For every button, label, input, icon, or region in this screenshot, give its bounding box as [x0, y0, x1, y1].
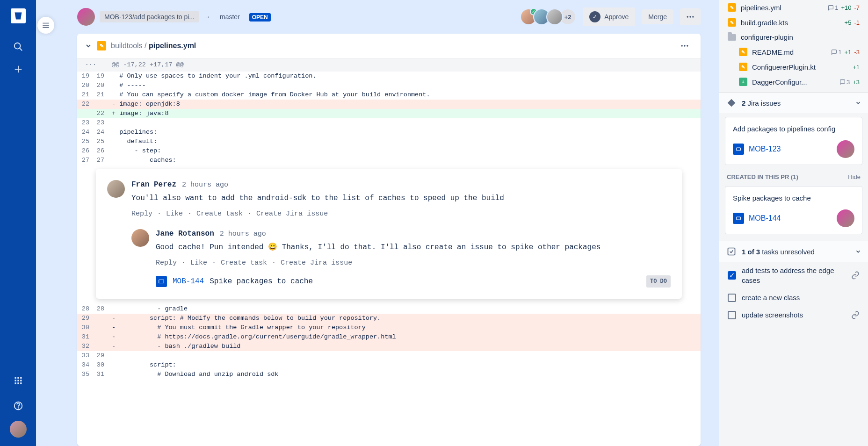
reply-action[interactable]: Reply [156, 259, 177, 268]
svg-point-21 [681, 45, 683, 46]
create-task-action[interactable]: Create task [221, 259, 267, 268]
code-line[interactable]: 1919 # Only use spaces to indent your .y… [77, 72, 701, 81]
code-line[interactable]: 2020 # ----- [77, 81, 701, 90]
jira-issue-card[interactable]: Add packages to pipelines config MOB-123 [725, 117, 862, 165]
file-tree-item[interactable]: ✎pipelines.yml1+10-7 [719, 0, 868, 15]
create-task-action[interactable]: Create task [196, 209, 243, 219]
file-tree-item[interactable]: +DaggerConfigur...3+3 [719, 74, 868, 89]
author-avatar[interactable] [77, 8, 95, 26]
folder-icon [728, 34, 736, 41]
file-tree-item[interactable]: ✎README.md1+1-3 [719, 44, 868, 59]
chevron-down-icon [855, 100, 861, 106]
code-line[interactable]: 2727 caches: [77, 156, 701, 165]
lines-removed: -3 [854, 49, 860, 56]
file-modified-icon: ✎ [739, 63, 747, 71]
target-branch[interactable]: master [215, 11, 245, 22]
create-jira-action[interactable]: Create Jira issue [256, 209, 328, 219]
svg-rect-11 [17, 382, 19, 384]
check-icon: ✓ [589, 11, 600, 22]
svg-rect-7 [14, 380, 16, 381]
lines-removed: -7 [854, 4, 860, 11]
assignee-avatar[interactable] [837, 209, 854, 227]
code-line[interactable]: 29- script: # Modify the commands below … [77, 314, 701, 323]
tasks-panel-header[interactable]: 1 of 3 tasks unresolved [719, 241, 868, 262]
more-actions-button[interactable] [680, 8, 701, 25]
code-line[interactable]: 2424 pipelines: [77, 128, 701, 137]
file-tree-item[interactable]: ✎ConfiguererPlugin.kt+1 [719, 59, 868, 74]
code-line[interactable]: 2828 - gradle [77, 304, 701, 314]
search-icon[interactable] [8, 36, 29, 57]
file-tree-item[interactable]: configurer-plugin [719, 30, 868, 44]
code-line[interactable]: 3531 # Download and unzip android sdk [77, 370, 701, 379]
lines-removed: -1 [854, 19, 860, 26]
profile-avatar[interactable] [10, 421, 27, 438]
diff-more-icon[interactable] [676, 39, 693, 52]
svg-rect-9 [20, 380, 22, 381]
code-line[interactable]: 31- # https://docs.gradle.org/current/us… [77, 332, 701, 342]
right-sidebar: ✎pipelines.yml1+10-7✎build.gradle.kts+5-… [719, 0, 868, 446]
comment-time: 2 hours ago [182, 180, 228, 190]
bitbucket-logo[interactable] [11, 8, 26, 23]
task-text: update screenshots [742, 310, 846, 320]
code-line[interactable]: 32- - bash ./gradlew build [77, 342, 701, 351]
like-action[interactable]: Like [190, 259, 207, 268]
chevron-down-icon [855, 248, 861, 255]
code-line[interactable]: 3430 script: [77, 360, 701, 370]
file-name: ConfiguererPlugin.kt [752, 63, 816, 71]
link-icon[interactable] [851, 311, 860, 319]
like-action[interactable]: Like [166, 209, 183, 219]
file-added-icon: + [739, 78, 747, 86]
code-line[interactable]: 3329 [77, 351, 701, 360]
code-line[interactable]: 2525 default: [77, 137, 701, 146]
svg-rect-27 [728, 248, 735, 255]
jira-issue-card[interactable]: Spike packages to cache MOB-144 [725, 187, 862, 234]
svg-rect-10 [14, 382, 16, 384]
link-icon[interactable] [851, 271, 860, 280]
file-modified-icon: ✎ [728, 3, 736, 12]
comment-text: You'll also want to add the android-sdk … [131, 194, 671, 203]
task-checkbox[interactable] [728, 311, 736, 319]
pr-status-badge: OPEN [249, 13, 271, 22]
source-branch[interactable]: MOB-123/add packages to pi... [100, 11, 199, 22]
task-checkbox[interactable] [728, 294, 736, 302]
chevron-down-icon[interactable] [85, 42, 92, 50]
code-line[interactable]: 2121 # You can specify a custom docker i… [77, 90, 701, 100]
create-jira-action[interactable]: Create Jira issue [281, 259, 352, 268]
code-line[interactable]: 2323 [77, 118, 701, 128]
apps-icon[interactable] [8, 370, 29, 391]
file-path[interactable]: buildtools / pipelines.yml [111, 42, 196, 50]
reply-action[interactable]: Reply [131, 209, 152, 219]
menu-toggle-icon[interactable] [37, 17, 54, 34]
lines-added: +10 [841, 4, 851, 11]
arrow-icon: → [204, 13, 210, 21]
reviewer-avatar[interactable] [546, 8, 563, 25]
code-line[interactable]: 2626 - step: [77, 146, 701, 156]
task-row: ✓add tests to address the edge cases [719, 262, 868, 289]
commenter-avatar[interactable] [131, 229, 149, 247]
merge-button[interactable]: Merge [642, 9, 673, 24]
code-line[interactable]: 22+ image: java:8 [77, 109, 701, 118]
jira-key[interactable]: MOB-144 [749, 214, 781, 223]
svg-point-18 [687, 16, 688, 17]
code-line[interactable]: 22- image: openjdk:8 [77, 100, 701, 109]
jira-key[interactable]: MOB-123 [749, 145, 781, 153]
help-icon[interactable] [8, 396, 29, 416]
jira-issue-title[interactable]: Spike packages to cache [210, 277, 313, 286]
commenter-avatar[interactable] [107, 180, 125, 198]
create-icon[interactable] [8, 59, 29, 79]
assignee-avatar[interactable] [837, 140, 854, 158]
tasks-panel: 1 of 3 tasks unresolved ✓add tests to ad… [719, 241, 868, 324]
svg-rect-24 [159, 280, 164, 283]
task-text: add tests to address the edge cases [742, 266, 846, 285]
code-line[interactable]: 30- # You must commit the Gradle wrapper… [77, 323, 701, 332]
approve-button[interactable]: ✓ Approve [583, 7, 635, 26]
task-checkbox[interactable]: ✓ [728, 271, 736, 280]
task-text: create a new class [742, 293, 860, 302]
file-tree-item[interactable]: ✎build.gradle.kts+5-1 [719, 15, 868, 30]
expand-hunk-icon[interactable]: ··· [77, 60, 107, 70]
svg-line-1 [19, 48, 22, 51]
global-nav [0, 0, 36, 446]
jira-panel-header[interactable]: 2 Jira issues [719, 93, 868, 113]
jira-key[interactable]: MOB-144 [173, 277, 204, 286]
hide-link[interactable]: Hide [848, 173, 861, 180]
